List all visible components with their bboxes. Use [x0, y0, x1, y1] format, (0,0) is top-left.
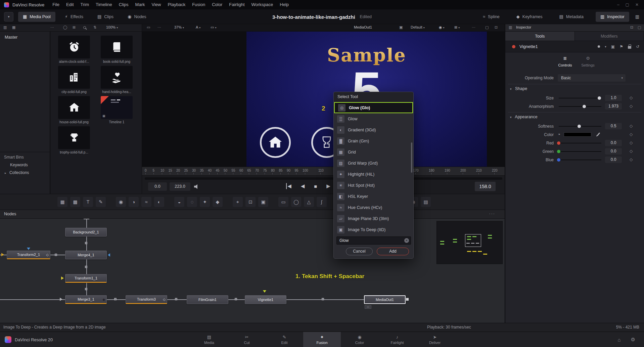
media-clip-alarm-clock[interactable]	[58, 36, 90, 58]
chevron-down-icon[interactable]: ▾	[605, 45, 606, 48]
node-vignette1[interactable]: Vignette1	[245, 295, 286, 304]
page-color[interactable]: ◉ Color	[341, 332, 378, 347]
node-background2-1[interactable]: Background2_1	[65, 228, 107, 236]
render-range-end-field[interactable]: 158.0	[475, 182, 496, 191]
media-clip-hand-heart[interactable]	[101, 66, 133, 89]
tool-option-grid[interactable]: ▦ Grid	[334, 146, 413, 158]
merge-tool-icon[interactable]: ◉	[116, 197, 126, 207]
more-options-icon[interactable]: ···	[157, 25, 161, 29]
view-mode-dropdown[interactable]: ▭▾	[211, 25, 216, 30]
page-media[interactable]: ▤ Media	[190, 332, 228, 347]
timeline-ruler[interactable]: 0510152025303540455055606570758085909510…	[142, 167, 505, 175]
bin-master[interactable]: Master	[0, 32, 50, 40]
green-value[interactable]: 0.0	[605, 148, 622, 155]
clear-search-icon[interactable]: ✕	[404, 238, 409, 243]
slider-handle[interactable]	[578, 125, 581, 128]
nodes-button[interactable]: ◉ Nodes	[123, 12, 151, 22]
color-curves-tool-icon[interactable]: ≈	[141, 197, 151, 207]
stop-button[interactable]: ■	[314, 183, 317, 189]
tool-option-grid-warp[interactable]: ▨ Grid Warp (Grd)	[334, 158, 413, 169]
search-icon[interactable]	[83, 26, 86, 29]
red-keyframe-icon[interactable]: ◇	[630, 140, 633, 145]
copy-icon[interactable]: ▣	[611, 44, 615, 49]
node-merge4-1[interactable]: Merge4_1	[65, 251, 107, 259]
menu-view[interactable]: View	[148, 0, 164, 9]
spline-button[interactable]: ≈ Spline	[478, 12, 504, 22]
maximize-icon[interactable]: ▢	[626, 2, 629, 7]
menu-trim[interactable]: Trim	[77, 0, 93, 9]
play-button[interactable]: ▶	[326, 183, 330, 189]
single-viewer-icon[interactable]: ▢	[485, 25, 489, 30]
filter-icon[interactable]: ◯	[63, 25, 67, 30]
menu-help[interactable]: Help	[276, 0, 292, 9]
resize-tool-icon[interactable]: ⊡	[245, 197, 256, 207]
viewer-panel[interactable]: Sample 5	[142, 32, 505, 167]
green-slider[interactable]	[559, 151, 601, 152]
node-transform1-1[interactable]: Transform1_1	[65, 274, 107, 283]
glow-tool-icon[interactable]: ✦	[200, 197, 210, 207]
size-keyframe-icon[interactable]: ◇	[630, 95, 633, 100]
close-panel-icon[interactable]: ▢	[638, 25, 641, 30]
polygon-mask-tool-icon[interactable]: △	[304, 197, 314, 207]
more-options-icon[interactable]: ···	[489, 211, 496, 216]
green-keyframe-icon[interactable]: ◇	[630, 149, 633, 154]
ellipse-mask-tool-icon[interactable]: ◯	[291, 197, 301, 207]
panel-layout-icon[interactable]: ▥	[635, 14, 639, 19]
media-zoom-dropdown[interactable]: 100%▾	[106, 25, 118, 29]
pin-icon[interactable]: ⚑	[619, 44, 623, 49]
text-tool-icon[interactable]: T	[83, 197, 93, 207]
page-edit[interactable]: ✎ Edit	[266, 332, 303, 347]
keyframes-button[interactable]: ◆ Keyframes	[512, 12, 547, 22]
brightness-contrast-tool-icon[interactable]: ◒	[174, 197, 184, 207]
slider-handle[interactable]	[557, 141, 560, 145]
anamorphism-keyframe-icon[interactable]: ◇	[630, 104, 633, 109]
slider-handle[interactable]	[583, 105, 586, 108]
tool-option-glow[interactable]: ▒ Glow	[334, 113, 413, 124]
color-corrector-tool-icon[interactable]: ◑	[129, 197, 139, 207]
page-cut[interactable]: ✂ Cut	[228, 332, 266, 347]
page-deliver[interactable]: ➤ Deliver	[416, 332, 454, 347]
keyframe-minimap[interactable]	[436, 221, 503, 264]
renderer-3d-tool-icon[interactable]: ▤	[421, 197, 431, 207]
slider-handle[interactable]	[598, 96, 601, 100]
connector-handle[interactable]	[85, 266, 87, 268]
bspline-mask-tool-icon[interactable]: ∫	[317, 197, 327, 207]
tab-tools[interactable]: Tools	[505, 32, 575, 41]
connector-handle[interactable]	[85, 288, 87, 290]
lock-icon[interactable]	[628, 46, 631, 49]
menu-edit[interactable]: Edit	[63, 0, 77, 9]
tool-option-image-plane-3d[interactable]: ▱ Image Plane 3D (3Im)	[334, 213, 413, 224]
color-keyframe-icon[interactable]: ◇	[630, 132, 633, 137]
red-value[interactable]: 0.0	[605, 140, 622, 146]
node-expander[interactable]: • •	[365, 305, 371, 309]
lut-dropdown[interactable]: Default▾	[411, 25, 425, 29]
eyedropper-icon[interactable]	[597, 132, 600, 136]
list-view-icon[interactable]: ▥	[3, 25, 7, 30]
sharpen-tool-icon[interactable]: ◆	[213, 197, 223, 207]
chevron-right-icon[interactable]: ▸	[559, 132, 560, 136]
dual-viewer-icon[interactable]: ⊡	[495, 25, 498, 30]
add-button[interactable]: Add	[377, 248, 409, 255]
size-value[interactable]: 1.0	[605, 95, 622, 101]
menu-playback[interactable]: Playback	[164, 0, 189, 9]
tool-option-hsl-keyer[interactable]: ◧ HSL Keyer	[334, 191, 413, 202]
tool-option-gradient[interactable]: ◐ Gradient (3Gd)	[334, 124, 413, 135]
connector-handle[interactable]	[114, 298, 117, 300]
slider-handle[interactable]	[557, 150, 560, 153]
blue-slider[interactable]	[559, 160, 601, 160]
tool-option-hue-curves[interactable]: ≈ Hue Curves (HCv)	[334, 202, 413, 213]
output-handle[interactable]	[406, 298, 409, 301]
crop-tool-icon[interactable]: ▣	[258, 197, 268, 207]
blur-tool-icon[interactable]: ◌	[187, 197, 197, 207]
menu-fairlight[interactable]: Fairlight	[226, 0, 248, 9]
appearance-section-header[interactable]: ▾ Appearance	[508, 112, 641, 119]
expand-panel-icon[interactable]: ⊡	[630, 25, 633, 30]
viewer-frame-icon[interactable]: ▭	[147, 25, 150, 30]
hue-curves-tool-icon[interactable]: ◐	[154, 197, 164, 207]
more-options-icon[interactable]: ···	[472, 25, 475, 29]
rectangle-mask-tool-icon[interactable]: ▭	[278, 197, 288, 207]
color-viewer-dropdown[interactable]: ◉▾	[439, 25, 445, 30]
anamorphism-value[interactable]: 1.973	[605, 103, 622, 110]
enable-toggle-icon[interactable]	[598, 45, 600, 48]
more-options-icon[interactable]: ···	[50, 25, 54, 29]
